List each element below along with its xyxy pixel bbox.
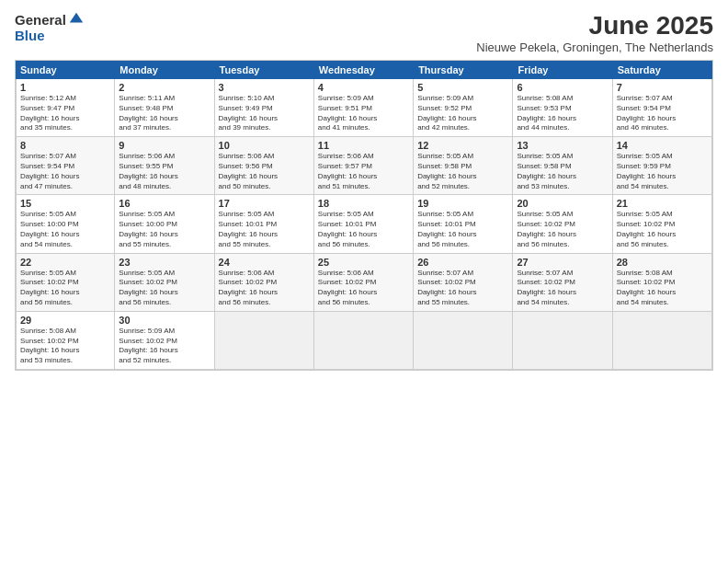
day-info: Sunrise: 5:05 AM Sunset: 10:01 PM Daylig…: [417, 210, 508, 249]
day-number: 2: [119, 82, 210, 93]
day-number: 13: [517, 140, 608, 151]
cell-w2-d4: 12Sunrise: 5:05 AM Sunset: 9:58 PM Dayli…: [414, 137, 513, 194]
month-title: June 2025: [476, 11, 713, 40]
cell-w5-d6: [613, 312, 712, 369]
day-info: Sunrise: 5:05 AM Sunset: 9:59 PM Dayligh…: [617, 152, 708, 191]
day-info: Sunrise: 5:06 AM Sunset: 9:55 PM Dayligh…: [119, 152, 210, 191]
day-info: Sunrise: 5:06 AM Sunset: 10:02 PM Daylig…: [318, 269, 409, 308]
week-row-1: 1Sunrise: 5:12 AM Sunset: 9:47 PM Daylig…: [16, 79, 712, 137]
cell-w4-d6: 28Sunrise: 5:08 AM Sunset: 10:02 PM Dayl…: [613, 254, 712, 311]
day-info: Sunrise: 5:08 AM Sunset: 10:02 PM Daylig…: [617, 269, 708, 308]
day-number: 15: [20, 198, 110, 209]
day-number: 20: [517, 198, 608, 209]
day-number: 19: [417, 198, 508, 209]
cell-w4-d2: 24Sunrise: 5:06 AM Sunset: 10:02 PM Dayl…: [215, 254, 314, 311]
day-info: Sunrise: 5:09 AM Sunset: 9:51 PM Dayligh…: [318, 94, 409, 133]
cell-w1-d1: 2Sunrise: 5:11 AM Sunset: 9:48 PM Daylig…: [115, 79, 214, 136]
day-number: 6: [517, 82, 608, 93]
page: General Blue June 2025 Nieuwe Pekela, Gr…: [0, 0, 728, 563]
logo: General Blue: [15, 11, 85, 43]
day-number: 10: [219, 140, 310, 151]
day-info: Sunrise: 5:05 AM Sunset: 9:58 PM Dayligh…: [517, 152, 608, 191]
cell-w4-d1: 23Sunrise: 5:05 AM Sunset: 10:02 PM Dayl…: [115, 254, 214, 311]
day-number: 12: [417, 140, 508, 151]
day-info: Sunrise: 5:10 AM Sunset: 9:49 PM Dayligh…: [219, 94, 310, 133]
day-number: 23: [119, 257, 210, 268]
day-info: Sunrise: 5:05 AM Sunset: 10:02 PM Daylig…: [119, 269, 210, 308]
week-row-2: 8Sunrise: 5:07 AM Sunset: 9:54 PM Daylig…: [16, 137, 712, 195]
day-number: 27: [517, 257, 608, 268]
day-number: 8: [20, 140, 110, 151]
cell-w5-d0: 29Sunrise: 5:08 AM Sunset: 10:02 PM Dayl…: [16, 312, 115, 369]
cell-w3-d2: 17Sunrise: 5:05 AM Sunset: 10:01 PM Dayl…: [215, 195, 314, 252]
day-number: 16: [119, 198, 210, 209]
day-number: 14: [617, 140, 708, 151]
day-number: 21: [617, 198, 708, 209]
cell-w2-d1: 9Sunrise: 5:06 AM Sunset: 9:55 PM Daylig…: [115, 137, 214, 194]
day-info: Sunrise: 5:07 AM Sunset: 9:54 PM Dayligh…: [20, 152, 110, 191]
logo-icon: [68, 11, 85, 28]
cell-w5-d2: [215, 312, 314, 369]
day-info: Sunrise: 5:12 AM Sunset: 9:47 PM Dayligh…: [20, 94, 110, 133]
calendar: Sunday Monday Tuesday Wednesday Thursday…: [15, 60, 713, 371]
header-tuesday: Tuesday: [215, 61, 314, 79]
calendar-header: Sunday Monday Tuesday Wednesday Thursday…: [16, 61, 712, 79]
cell-w4-d0: 22Sunrise: 5:05 AM Sunset: 10:02 PM Dayl…: [16, 254, 115, 311]
day-info: Sunrise: 5:05 AM Sunset: 10:01 PM Daylig…: [219, 210, 310, 249]
day-number: 5: [417, 82, 508, 93]
title-block: June 2025 Nieuwe Pekela, Groningen, The …: [476, 11, 713, 54]
day-number: 26: [417, 257, 508, 268]
cell-w5-d4: [414, 312, 513, 369]
day-number: 3: [219, 82, 310, 93]
day-info: Sunrise: 5:05 AM Sunset: 10:00 PM Daylig…: [20, 210, 110, 249]
week-row-3: 15Sunrise: 5:05 AM Sunset: 10:00 PM Dayl…: [16, 195, 712, 253]
cell-w5-d3: [314, 312, 414, 369]
day-number: 30: [119, 315, 210, 326]
day-number: 9: [119, 140, 210, 151]
day-number: 11: [318, 140, 409, 151]
day-number: 25: [318, 257, 409, 268]
calendar-body: 1Sunrise: 5:12 AM Sunset: 9:47 PM Daylig…: [16, 79, 712, 370]
header-thursday: Thursday: [414, 61, 513, 79]
cell-w5-d5: [513, 312, 612, 369]
day-info: Sunrise: 5:07 AM Sunset: 10:02 PM Daylig…: [517, 269, 608, 308]
cell-w3-d1: 16Sunrise: 5:05 AM Sunset: 10:00 PM Dayl…: [115, 195, 214, 252]
day-info: Sunrise: 5:06 AM Sunset: 10:02 PM Daylig…: [219, 269, 310, 308]
day-info: Sunrise: 5:05 AM Sunset: 10:02 PM Daylig…: [617, 210, 708, 249]
cell-w3-d3: 18Sunrise: 5:05 AM Sunset: 10:01 PM Dayl…: [314, 195, 414, 252]
day-info: Sunrise: 5:05 AM Sunset: 9:58 PM Dayligh…: [417, 152, 508, 191]
day-info: Sunrise: 5:05 AM Sunset: 10:02 PM Daylig…: [517, 210, 608, 249]
day-info: Sunrise: 5:11 AM Sunset: 9:48 PM Dayligh…: [119, 94, 210, 133]
day-number: 28: [617, 257, 708, 268]
cell-w3-d4: 19Sunrise: 5:05 AM Sunset: 10:01 PM Dayl…: [414, 195, 513, 252]
cell-w2-d2: 10Sunrise: 5:06 AM Sunset: 9:56 PM Dayli…: [215, 137, 314, 194]
cell-w1-d2: 3Sunrise: 5:10 AM Sunset: 9:49 PM Daylig…: [215, 79, 314, 136]
day-number: 18: [318, 198, 409, 209]
cell-w1-d4: 5Sunrise: 5:09 AM Sunset: 9:52 PM Daylig…: [414, 79, 513, 136]
cell-w2-d5: 13Sunrise: 5:05 AM Sunset: 9:58 PM Dayli…: [513, 137, 612, 194]
day-info: Sunrise: 5:09 AM Sunset: 9:52 PM Dayligh…: [417, 94, 508, 133]
logo-general-text: General: [15, 12, 66, 28]
header-friday: Friday: [513, 61, 612, 79]
header: General Blue June 2025 Nieuwe Pekela, Gr…: [15, 11, 713, 54]
week-row-4: 22Sunrise: 5:05 AM Sunset: 10:02 PM Dayl…: [16, 254, 712, 312]
cell-w2-d0: 8Sunrise: 5:07 AM Sunset: 9:54 PM Daylig…: [16, 137, 115, 194]
cell-w3-d5: 20Sunrise: 5:05 AM Sunset: 10:02 PM Dayl…: [513, 195, 612, 252]
header-monday: Monday: [115, 61, 214, 79]
cell-w4-d4: 26Sunrise: 5:07 AM Sunset: 10:02 PM Dayl…: [414, 254, 513, 311]
day-info: Sunrise: 5:08 AM Sunset: 10:02 PM Daylig…: [20, 327, 110, 366]
day-number: 1: [20, 82, 110, 93]
day-number: 29: [20, 315, 110, 326]
logo-blue-text: Blue: [15, 28, 85, 43]
day-info: Sunrise: 5:06 AM Sunset: 9:57 PM Dayligh…: [318, 152, 409, 191]
day-info: Sunrise: 5:08 AM Sunset: 9:53 PM Dayligh…: [517, 94, 608, 133]
cell-w2-d3: 11Sunrise: 5:06 AM Sunset: 9:57 PM Dayli…: [314, 137, 414, 194]
location-subtitle: Nieuwe Pekela, Groningen, The Netherland…: [476, 40, 713, 54]
cell-w1-d6: 7Sunrise: 5:07 AM Sunset: 9:54 PM Daylig…: [613, 79, 712, 136]
cell-w1-d3: 4Sunrise: 5:09 AM Sunset: 9:51 PM Daylig…: [314, 79, 414, 136]
cell-w1-d5: 6Sunrise: 5:08 AM Sunset: 9:53 PM Daylig…: [513, 79, 612, 136]
header-sunday: Sunday: [16, 61, 115, 79]
header-saturday: Saturday: [613, 61, 712, 79]
day-info: Sunrise: 5:06 AM Sunset: 9:56 PM Dayligh…: [219, 152, 310, 191]
cell-w5-d1: 30Sunrise: 5:09 AM Sunset: 10:02 PM Dayl…: [115, 312, 214, 369]
